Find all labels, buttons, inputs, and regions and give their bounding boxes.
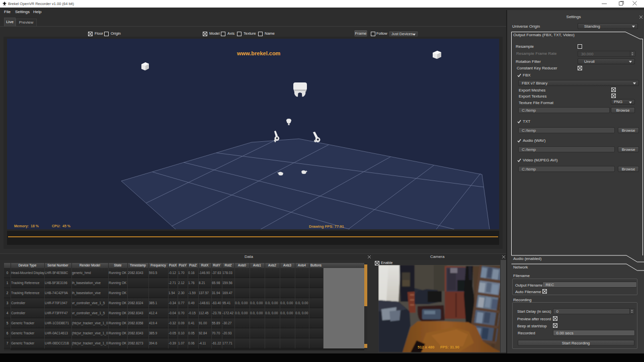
svg-text:512 x 480: 512 x 480	[418, 345, 434, 349]
svg-text:www.brekel.com: www.brekel.com	[236, 50, 281, 56]
svg-text:FPS: 31.90: FPS: 31.90	[440, 345, 459, 349]
